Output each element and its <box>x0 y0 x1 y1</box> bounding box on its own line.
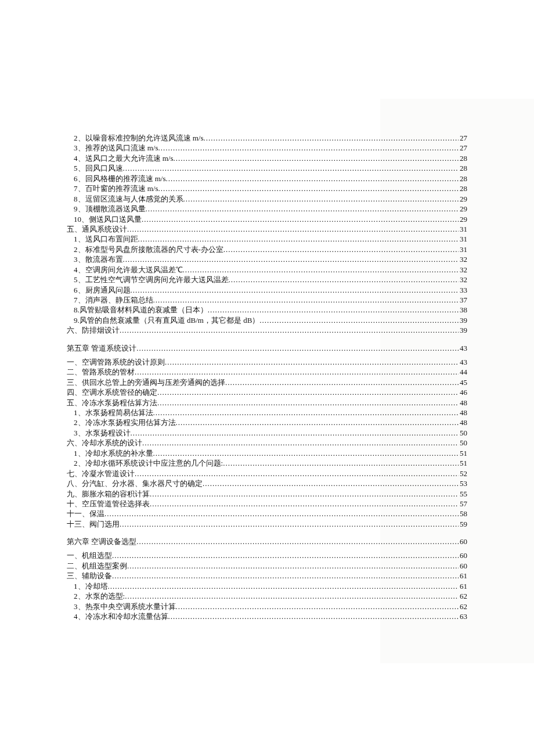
toc-leader-dots <box>120 326 459 335</box>
toc-leader-dots <box>120 520 459 529</box>
toc-entry: 7、百叶窗的推荐流速 m/s28 <box>67 184 467 193</box>
toc-leader-dots <box>158 143 459 153</box>
toc-entry-page: 58 <box>459 509 467 519</box>
toc-entry: 十、空压管道管径选择表57 <box>67 499 467 509</box>
toc-leader-dots <box>131 286 459 295</box>
toc-entry: 1、冷却水系统的补水量51 <box>67 449 467 458</box>
toc-leader-dots <box>259 316 459 325</box>
toc-leader-dots <box>123 164 459 173</box>
toc-entry: 2、冷冻水泵扬程实用估算方法48 <box>67 418 467 427</box>
toc-entry-page: 62 <box>459 602 467 611</box>
toc-entry-label: 5、回风口风速 <box>74 164 123 173</box>
toc-entry-page: 60 <box>459 561 467 571</box>
toc-entry-page: 31 <box>459 225 467 234</box>
toc-entry-page: 48 <box>459 408 467 417</box>
toc-leader-dots <box>136 344 459 353</box>
toc-entry-page: 29 <box>459 215 467 224</box>
toc-entry: 二、机组选型案例60 <box>67 561 467 571</box>
toc-entry-label: 2、冷却水循环系统设计中应注意的几个问题: <box>74 459 223 468</box>
document-page: 2、以噪音标准控制的允许送风流速 m/s273、推荐的送风口流速 m/s274、… <box>0 0 534 756</box>
toc-entry-page: 46 <box>459 388 467 397</box>
toc-entry: 第六章 空调设备选型60 <box>67 537 467 546</box>
toc-entry: 8、逗留区流速与人体感觉的关系29 <box>67 195 467 204</box>
toc-entry-page: 28 <box>459 164 467 173</box>
toc-entry-page: 60 <box>459 537 467 546</box>
toc-entry-page: 43 <box>459 358 467 367</box>
toc-entry-label: 8、逗留区流速与人体感觉的关系 <box>74 195 183 204</box>
toc-entry: 3、推荐的送风口流速 m/s27 <box>67 143 467 153</box>
toc-entry-label: 2、水泵的选型: <box>74 592 125 601</box>
toc-entry-label: 9.风管的自然衰减量（只有直风道 dB/m，其它都是 dB） <box>74 316 259 325</box>
toc-entry-label: 四、空调水系统管径的确定 <box>67 388 157 397</box>
toc-entry-page: 48 <box>459 418 467 427</box>
toc-entry-label: 三、辅助设备 <box>67 571 112 581</box>
toc-entry-label: 9、顶棚散流器送风量 <box>74 204 146 214</box>
toc-entry: 7、消声器、静压箱总结37 <box>67 296 467 305</box>
toc-entry-page: 37 <box>459 296 467 305</box>
toc-entry-page: 32 <box>459 275 467 285</box>
toc-leader-dots <box>108 582 459 591</box>
toc-leader-dots <box>165 358 459 367</box>
toc-entry: 3、热泵中央空调系统水量计算62 <box>67 602 467 611</box>
toc-entry-label: 4、冷冻水和冷却水流量估算 <box>74 612 168 621</box>
toc-leader-dots <box>104 509 459 519</box>
toc-entry-label: 十、空压管道管径选择表 <box>67 499 150 509</box>
toc-entry-page: 38 <box>459 305 467 315</box>
toc-entry-page: 39 <box>459 326 467 335</box>
toc-entry-page: 27 <box>459 134 467 143</box>
toc-entry-page: 29 <box>459 204 467 214</box>
toc-leader-dots <box>112 571 459 581</box>
toc-entry-label: 8.风管贴吸音材料风道的衰减量（日本） <box>74 305 208 315</box>
toc-entry-label: 第六章 空调设备选型 <box>67 537 136 546</box>
toc-entry-label: 九、膨胀水箱的容积计算 <box>67 489 150 499</box>
toc-leader-dots <box>168 612 459 621</box>
toc-leader-dots <box>153 408 459 417</box>
toc-entry: 1、送风口布置间距31 <box>67 235 467 244</box>
toc-entry: 2、以噪音标准控制的允许送风流速 m/s27 <box>67 134 467 143</box>
toc-entry: 4、空调房间允许最大送风温差℃32 <box>67 265 467 275</box>
toc-leader-dots <box>204 134 459 143</box>
toc-leader-dots <box>223 245 459 254</box>
toc-leader-dots <box>223 459 459 468</box>
toc-leader-dots <box>183 195 459 204</box>
toc-entry: 1、水泵扬程简易估算法48 <box>67 408 467 417</box>
toc-entry-label: 7、百叶窗的推荐流速 m/s <box>74 184 158 193</box>
toc-entry-label: 第五章 管道系统设计 <box>67 344 136 353</box>
toc-entry: 10、侧送风口送风量29 <box>67 215 467 224</box>
toc-entry-page: 59 <box>459 520 467 529</box>
toc-entry-label: 二、机组选型案例 <box>67 561 127 571</box>
toc-entry-label: 六、防排烟设计 <box>67 326 120 335</box>
toc-entry-label: 5、工艺性空气调节空调房间允许最大送风温差 <box>74 275 229 285</box>
toc-entry-label: 十一、保温 <box>67 509 104 519</box>
toc-entry-label: 7、消声器、静压箱总结 <box>74 296 153 305</box>
toc-entry: 三、辅助设备61 <box>67 571 467 581</box>
toc-leader-dots <box>136 537 459 546</box>
toc-leader-dots <box>127 225 459 234</box>
toc-entry-page: 31 <box>459 235 467 244</box>
toc-entry-page: 45 <box>459 378 467 387</box>
toc-entry-page: 48 <box>459 398 467 408</box>
toc-entry-label: 六、冷却水系统的设计 <box>67 438 142 448</box>
toc-entry-page: 51 <box>459 449 467 458</box>
toc-entry: 十三、阀门选用59 <box>67 520 467 529</box>
toc-entry-label: 五、冷冻水泵扬程估算方法 <box>67 398 157 408</box>
toc-leader-dots <box>208 305 459 315</box>
toc-entry-page: 61 <box>459 571 467 581</box>
toc-leader-dots <box>138 235 459 244</box>
toc-entry: 9.风管的自然衰减量（只有直风道 dB/m，其它都是 dB）39 <box>67 316 467 325</box>
toc-entry-page: 62 <box>459 592 467 601</box>
toc-entry: 五、冷冻水泵扬程估算方法48 <box>67 398 467 408</box>
toc-entry: 二、管路系统的管材44 <box>67 368 467 377</box>
toc-entry-label: 3、热泵中央空调系统水量计算 <box>74 602 176 611</box>
toc-entry: 4、送风口之最大允许流速 m/s28 <box>67 154 467 163</box>
toc-leader-dots <box>127 561 459 571</box>
toc-entry-label: 十三、阀门选用 <box>67 520 120 529</box>
toc-entry: 八、分汽缸、分水器、集水器尺寸的确定53 <box>67 479 467 488</box>
toc-entry-label: 3、水泵扬程设计 <box>74 429 131 438</box>
toc-entry-page: 52 <box>459 469 467 478</box>
toc-entry-label: 三、供回水总管上的旁通阀与压差旁通阀的选择 <box>67 378 225 387</box>
toc-entry-label: 1、冷却水系统的补水量 <box>74 449 153 458</box>
toc-entry: 9、顶棚散流器送风量29 <box>67 204 467 214</box>
toc-entry-page: 29 <box>459 195 467 204</box>
toc-leader-dots <box>112 551 459 560</box>
